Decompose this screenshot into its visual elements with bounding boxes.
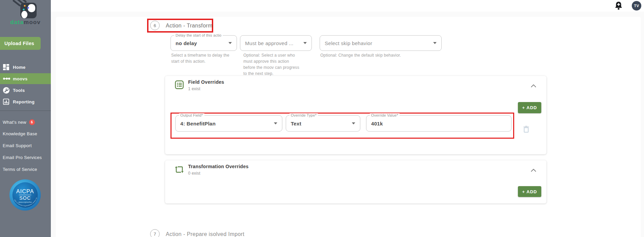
skip-behavior-select-value: Select skip behavior bbox=[325, 36, 372, 51]
svg-text:SOC: SOC bbox=[19, 195, 31, 201]
caret-down-icon bbox=[303, 42, 307, 44]
override-type-value: Text bbox=[291, 116, 301, 131]
field-overrides-list-icon bbox=[175, 80, 184, 91]
upload-files-button[interactable]: Upload Files bbox=[0, 37, 41, 50]
sidebar-item-label: moovs bbox=[13, 76, 27, 81]
notification-bell-icon[interactable] bbox=[614, 1, 623, 11]
field-overrides-add-button[interactable]: + ADD bbox=[518, 102, 541, 113]
skip-behavior-select[interactable]: Select skip behavior bbox=[320, 35, 442, 51]
caret-down-icon bbox=[274, 122, 277, 124]
field-overrides-count: 1 exist bbox=[188, 86, 200, 91]
output-field-select[interactable]: Output Field* 4: BenefitPlan bbox=[175, 115, 282, 132]
app-root: datamoov Upload Files Home moovs Tools bbox=[0, 0, 644, 237]
output-field-value: 4: BenefitPlan bbox=[180, 116, 216, 131]
sidebar-item-label: Home bbox=[13, 65, 25, 70]
transformation-overrides-card: Transformation Overrides 0 exist + ADD bbox=[165, 160, 546, 203]
sidebar-item-label: Reporting bbox=[13, 99, 35, 104]
moovs-icon bbox=[3, 77, 13, 80]
caret-down-icon bbox=[228, 42, 232, 44]
sidebar-link-email-pro-services[interactable]: Email Pro Services bbox=[3, 154, 42, 160]
svg-text:aicpa.org/soc4so: aicpa.org/soc4so bbox=[18, 201, 32, 203]
approver-select[interactable]: Must be approved ... bbox=[240, 35, 312, 51]
topbar: TV bbox=[51, 0, 644, 12]
step7-title: Action - Prepare isolved Import bbox=[166, 231, 244, 237]
link-label: Knowledge Base bbox=[3, 131, 37, 136]
skip-helper-text: Optional: Change the default skip behavi… bbox=[320, 52, 463, 58]
datamoov-logo-icon bbox=[12, 0, 39, 20]
sidebar-item-home[interactable]: Home bbox=[0, 62, 51, 73]
sidebar-divider bbox=[0, 111, 51, 111]
sidebar-link-email-support[interactable]: Email Support bbox=[3, 142, 32, 149]
delay-helper-text: Select a timeframe to delay the start of… bbox=[171, 52, 235, 64]
sidebar-item-moovs[interactable]: moovs bbox=[0, 73, 51, 84]
delay-select[interactable]: Delay the start of this actio no delay bbox=[170, 35, 237, 51]
transformation-overrides-transform-icon bbox=[175, 165, 184, 176]
step6-number: 6 bbox=[150, 21, 160, 30]
sidebar-link-whats-new[interactable]: What's new 6 bbox=[3, 119, 35, 125]
reporting-icon bbox=[3, 98, 13, 105]
user-avatar[interactable]: TV bbox=[632, 1, 641, 11]
sidebar-item-label: Tools bbox=[13, 88, 25, 93]
override-type-select[interactable]: Override Type* Text bbox=[286, 115, 360, 132]
transformation-overrides-title: Transformation Overrides bbox=[188, 164, 248, 169]
aicpa-soc-badge[interactable]: AICPA SOC aicpa.org/soc4so SOC for Servi… bbox=[9, 179, 41, 211]
trash-icon[interactable] bbox=[523, 125, 529, 135]
tools-icon bbox=[3, 87, 13, 94]
transformation-overrides-count: 0 exist bbox=[188, 171, 200, 176]
link-label: Email Pro Services bbox=[3, 155, 42, 160]
caret-down-icon bbox=[433, 42, 437, 44]
svg-text:AICPA: AICPA bbox=[16, 188, 34, 194]
step6-title: Action - Transform bbox=[166, 23, 213, 29]
chevron-up-icon[interactable] bbox=[531, 83, 536, 89]
caret-down-icon bbox=[352, 122, 355, 124]
home-icon bbox=[3, 64, 13, 71]
sidebar-item-tools[interactable]: Tools bbox=[0, 85, 51, 96]
main-content: 6 Action - Transform Delay the start of … bbox=[51, 12, 644, 237]
field-overrides-title: Field Overrides bbox=[188, 79, 224, 85]
datamoov-wordmark: datamoov bbox=[0, 19, 51, 26]
approver-helper-text: Optional: Select a user who must approve… bbox=[243, 52, 302, 77]
sidebar: datamoov Upload Files Home moovs Tools bbox=[0, 0, 51, 237]
link-label: Terms of Service bbox=[3, 167, 37, 172]
sidebar-item-reporting[interactable]: Reporting bbox=[0, 96, 51, 107]
whats-new-count-badge: 6 bbox=[29, 119, 35, 125]
override-value-input[interactable] bbox=[371, 116, 506, 131]
sidebar-link-terms-of-service[interactable]: Terms of Service bbox=[3, 166, 37, 172]
wordmark-data: data bbox=[10, 19, 24, 25]
sidebar-link-knowledge-base[interactable]: Knowledge Base bbox=[3, 131, 37, 137]
transformation-overrides-add-button[interactable]: + ADD bbox=[518, 186, 541, 197]
delay-select-value: no delay bbox=[176, 36, 197, 51]
chevron-up-icon[interactable] bbox=[531, 167, 536, 173]
field-overrides-card: Field Overrides 1 exist + ADD Output Fie… bbox=[165, 76, 546, 154]
link-label: What's new bbox=[3, 120, 26, 125]
wordmark-moov: moov bbox=[24, 19, 41, 25]
approver-select-value: Must be approved ... bbox=[245, 36, 294, 51]
link-label: Email Support bbox=[3, 143, 32, 148]
override-value-field: Override Value* bbox=[366, 115, 511, 132]
step7-number: 7 bbox=[150, 229, 160, 237]
datamoov-logo[interactable]: datamoov bbox=[0, 0, 51, 29]
